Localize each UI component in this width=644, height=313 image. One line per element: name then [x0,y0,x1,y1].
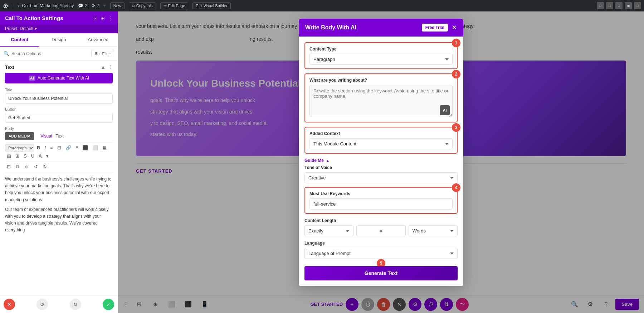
redo-button[interactable]: ↻ [41,163,49,170]
ordered-list-button[interactable]: ⊟ [55,144,63,151]
link-button[interactable]: 🔗 [64,144,73,151]
sidebar-title: Call To Action Settings [5,15,63,21]
length-type-select[interactable]: Exactly At Least At Most [304,225,353,236]
button-label: Button [5,107,113,111]
minimize-icon[interactable]: ⊡ [93,15,98,21]
edit-icon: ✏ [164,4,167,8]
modal-close-button[interactable]: ✕ [452,24,457,31]
unordered-list-button[interactable]: ≡ [48,144,55,151]
text-tab[interactable]: Text [56,134,64,139]
length-unit-select[interactable]: Words Sentences Paragraphs [409,225,458,236]
ai-generate-button[interactable]: AI Auto Generate Text With AI [5,73,113,83]
step-3-number: 3 [452,123,460,132]
copy-this-button[interactable]: ⧉ Copy this [129,3,156,9]
collapse-icon[interactable]: ▲ [101,64,106,70]
filter-icon: ⊞ [94,51,98,56]
content-type-select[interactable]: Paragraph List Quote [309,54,453,65]
undo-bottom-button[interactable]: ↺ [36,299,48,310]
ai-icon: AI [29,76,35,81]
table2-button[interactable]: ⊡ [5,163,13,170]
align-center-button[interactable]: ⬜ [91,144,100,151]
ai-assist-button[interactable]: AI [440,105,450,115]
strikethrough-button[interactable]: S [22,152,29,160]
body-paragraph-1: We understand the business's challenges … [5,176,113,203]
undo-button[interactable]: ↺ [32,163,40,170]
update-count[interactable]: ⟳ 2 [92,3,99,8]
wp-admin-bar: ⊕ | ⌂ On-Time Marketing Agency 💬 2 ⟳ 2 +… [0,0,644,11]
tab-design[interactable]: Design [39,33,79,47]
step-4-number: 4 [452,183,460,192]
bold-button[interactable]: B [35,144,42,151]
textarea-wrap: AI [309,85,453,118]
button-input[interactable] [5,113,113,123]
language-select[interactable]: Language of Prompt English Spanish Frenc… [304,248,458,259]
guide-me-link[interactable]: Guide Me [304,158,324,163]
corner-icon-5[interactable]: □ [634,2,641,9]
keywords-input[interactable] [309,198,453,210]
guide-me-row: Guide Me ▲ [304,158,458,163]
quote-button[interactable]: ❝ [74,144,80,151]
step-1-number: 1 [452,39,460,47]
align-justify-button[interactable]: ▤ [5,152,13,160]
context-select[interactable]: This Module Content Page Content None [309,138,453,149]
step-2-topic: What are you writing about? AI 2 [304,73,458,122]
color-button[interactable]: A [37,152,44,160]
wp-logo-icon: ⊕ [3,2,8,10]
tone-label: Tone of Voice [304,165,458,170]
more-toolbar-button[interactable]: ▾ [44,152,50,160]
cancel-button[interactable]: ✕ [4,299,15,310]
tone-select[interactable]: Creative Professional Casual Formal [304,172,458,183]
italic-button[interactable]: I [43,144,48,151]
filter-button[interactable]: ⊞ + Filter [91,50,114,57]
corner-icon-4[interactable]: ▣ [625,2,632,9]
visual-tab[interactable]: Visual [40,134,52,139]
more-options-icon[interactable]: ⋮ [108,15,113,21]
site-name[interactable]: ⌂ On-Time Marketing Agency [18,3,74,8]
title-label: Title [5,88,113,92]
update-icon: ⟳ [92,3,95,8]
section-more-icon[interactable]: ⋮ [108,64,113,70]
format-select[interactable]: Paragraph [5,144,34,151]
free-trial-badge[interactable]: Free Trial [422,24,448,32]
comment-icon: 💬 [78,3,83,8]
language-label: Language [304,241,458,246]
confirm-button[interactable]: ✓ [103,299,114,310]
tab-content[interactable]: Content [0,33,39,47]
underline-button[interactable]: U [29,152,36,160]
special-char-button[interactable]: Ω [14,163,21,170]
sidebar-bottom-bar: ✕ ↺ ↻ ✓ [0,295,118,313]
tab-advanced[interactable]: Advanced [78,33,118,47]
new-button[interactable]: New [110,3,125,9]
step-4-keywords: Must Use Keywords 4 [304,187,458,214]
corner-icon-1[interactable]: □ [597,2,604,9]
length-number-input[interactable] [356,225,405,236]
topic-textarea[interactable] [309,85,453,117]
preset-selector[interactable]: Preset: Default ▾ [0,25,118,33]
preset-chevron-icon: ▾ [35,26,37,31]
add-media-button[interactable]: ADD MEDIA [5,132,34,140]
comment-count[interactable]: 💬 2 [78,3,87,8]
exit-builder-button[interactable]: Exit Visual Builder [192,3,230,9]
table-button[interactable]: ⊞ [14,152,21,160]
step3-label: Added Context [309,131,453,136]
section-title: Text [5,64,14,70]
align-left-button[interactable]: ⬛ [80,144,90,151]
align-right-button[interactable]: ▦ [101,144,108,151]
expand-icon[interactable]: ⊞ [101,15,105,21]
search-bar: 🔍 ⊞ + Filter [0,47,118,61]
step2-label: What are you writing about? [309,78,453,83]
title-input[interactable] [5,93,113,103]
step-2-number: 2 [452,70,460,78]
language-group: Language Language of Prompt English Span… [304,241,458,259]
edit-page-button[interactable]: ✏ Edit Page [160,3,189,9]
corner-icons: □ □ □ ▣ □ [597,2,641,9]
body-field-group: Body ADD MEDIA Visual Text Paragraph B I… [5,126,113,240]
title-field-group: Title [5,88,113,103]
redo-bottom-button[interactable]: ↻ [70,299,81,310]
corner-icon-3[interactable]: □ [615,2,623,9]
corner-icon-2[interactable]: □ [606,2,613,9]
editor-toolbar: Paragraph B I ≡ ⊟ 🔗 ❝ ⬛ ⬜ ▦ ▤ ⊞ S U A [5,142,113,162]
emoji-button[interactable]: ☺ [23,163,31,170]
generate-text-button[interactable]: Generate Text [304,266,458,280]
search-input[interactable] [11,51,89,56]
